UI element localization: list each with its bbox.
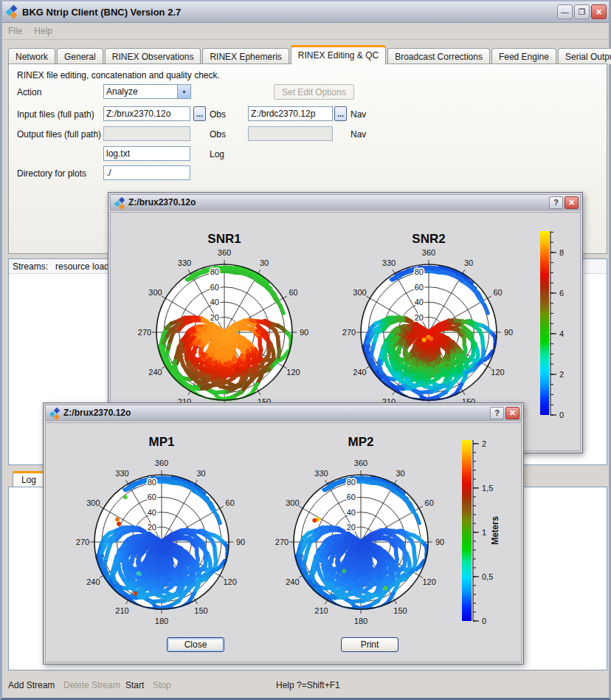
svg-text:60: 60 [289, 288, 297, 297]
tab-network[interactable]: Network [8, 48, 55, 64]
browse-obs-button[interactable]: ... [193, 106, 206, 121]
mp-dialog-body: 2040608030609012015018021024027030033036… [45, 422, 522, 662]
svg-text:80: 80 [347, 478, 356, 487]
svg-text:20: 20 [347, 523, 356, 532]
mp-skyplots-canvas: 2040608030609012015018021024027030033036… [46, 423, 521, 662]
svg-text:240: 240 [86, 577, 100, 586]
svg-text:2: 2 [482, 439, 486, 448]
svg-text:60: 60 [493, 288, 502, 297]
svg-text:20: 20 [415, 313, 424, 322]
delete-stream-action: Delete Stream [63, 680, 120, 690]
svg-text:0,5: 0,5 [482, 572, 493, 581]
close-button-icon[interactable]: ✕ [565, 196, 579, 209]
tab-rinex-observations[interactable]: RINEX Observations [105, 48, 201, 64]
svg-text:150: 150 [194, 606, 207, 615]
tab-broadcast-corrections[interactable]: Broadcast Corrections [387, 48, 490, 64]
svg-text:180: 180 [354, 617, 367, 625]
input-files-label: Input files (full path) [17, 109, 94, 120]
svg-text:360: 360 [218, 248, 231, 257]
input-obs-field[interactable] [103, 106, 190, 121]
svg-text:210: 210 [314, 606, 328, 615]
snr1-plot-title: SNR1 [180, 232, 269, 247]
svg-text:300: 300 [286, 498, 299, 507]
minimize-button-icon[interactable]: — [557, 4, 573, 19]
svg-text:330: 330 [314, 469, 328, 478]
set-edit-options-button[interactable]: Set Edit Options [274, 84, 354, 100]
snr2-plot-title: SNR2 [384, 232, 473, 247]
obs-label-2: Obs [210, 129, 226, 140]
action-value: Analyze [104, 85, 177, 98]
svg-text:30: 30 [196, 469, 205, 478]
status-bar: Add Stream Delete Stream Start Stop Help… [2, 677, 609, 695]
svg-text:60: 60 [347, 493, 356, 501]
plots-directory-field[interactable] [103, 165, 190, 180]
menu-file[interactable]: File [2, 24, 28, 38]
svg-text:90: 90 [300, 328, 308, 337]
svg-text:20: 20 [210, 313, 219, 322]
help-button-icon[interactable]: ? [549, 196, 563, 209]
print-plot-button[interactable]: Print [341, 637, 398, 652]
svg-text:Meters: Meters [490, 516, 500, 545]
svg-text:40: 40 [347, 508, 356, 517]
snr-dialog-titlebar[interactable]: Z:/brux2370.12o ? ✕ [110, 194, 581, 210]
svg-text:60: 60 [226, 498, 235, 507]
bnc-logo-icon [114, 197, 125, 208]
svg-text:40: 40 [415, 298, 424, 306]
start-action[interactable]: Start [125, 680, 144, 690]
tab-general[interactable]: General [57, 48, 103, 64]
svg-text:80: 80 [210, 267, 219, 276]
action-select[interactable]: Analyze ▼ [103, 84, 191, 99]
svg-text:90: 90 [504, 328, 513, 337]
svg-text:60: 60 [148, 493, 156, 501]
help-button-icon[interactable]: ? [490, 407, 504, 419]
bnc-logo-icon [49, 408, 61, 419]
tab-rinex-ephemeris[interactable]: RINEX Ephemeris [202, 48, 289, 64]
add-stream-action[interactable]: Add Stream [8, 680, 55, 690]
svg-text:180: 180 [155, 617, 168, 625]
svg-text:20: 20 [148, 523, 156, 532]
svg-text:270: 270 [342, 328, 356, 337]
svg-text:90: 90 [435, 538, 444, 546]
menu-help[interactable]: Help [28, 24, 58, 38]
menu-bar: File Help [2, 23, 609, 40]
maximize-button-icon[interactable]: ❐ [574, 4, 590, 19]
tab-feed-engine[interactable]: Feed Engine [491, 48, 556, 64]
svg-text:80: 80 [415, 267, 424, 276]
svg-text:30: 30 [396, 469, 404, 478]
svg-text:60: 60 [210, 283, 219, 292]
title-bar: BKG Ntrip Client (BNC) Version 2.7 — ❐ ✕ [2, 1, 609, 23]
svg-text:300: 300 [86, 498, 100, 507]
help-shortcut-text: Help ?=Shift+F1 [276, 680, 340, 690]
svg-text:240: 240 [148, 368, 162, 377]
main-window: BKG Ntrip Client (BNC) Version 2.7 — ❐ ✕… [0, 0, 611, 700]
window-title: BKG Ntrip Client (BNC) Version 2.7 [22, 7, 181, 18]
page-description: RINEX file editing, concatenation and qu… [17, 70, 220, 80]
action-label: Action [17, 87, 41, 97]
svg-text:6: 6 [559, 289, 564, 298]
svg-text:120: 120 [422, 577, 435, 586]
tab-rinex-editing-qc[interactable]: RINEX Editing & QC [291, 45, 386, 64]
svg-text:270: 270 [138, 328, 151, 337]
svg-text:80: 80 [148, 478, 156, 487]
close-plot-button[interactable]: Close [167, 637, 224, 652]
svg-text:0: 0 [482, 617, 486, 625]
output-obs-field [103, 126, 190, 141]
mp-plot-dialog: Z:/brux2370.12o ? ✕ 20406080306090120150… [43, 402, 524, 665]
close-button-icon[interactable]: ✕ [505, 407, 519, 419]
mp-dialog-titlebar[interactable]: Z:/brux2370.12o ? ✕ [45, 405, 522, 421]
tab-serial-output[interactable]: Serial Output [558, 48, 611, 64]
svg-text:150: 150 [393, 606, 407, 615]
input-nav-field[interactable] [248, 106, 333, 121]
nav-label-2: Nav [351, 129, 366, 140]
close-button-icon[interactable]: ✕ [591, 4, 607, 19]
svg-text:360: 360 [354, 459, 367, 467]
svg-text:120: 120 [286, 368, 300, 377]
tab-bar: Network General RINEX Observations RINEX… [8, 45, 603, 64]
browse-nav-button[interactable]: ... [334, 106, 347, 121]
snr-dialog-title: Z:/brux2370.12o [128, 197, 196, 207]
tab-log[interactable]: Log [13, 471, 45, 487]
stop-action: Stop [153, 680, 171, 690]
svg-text:240: 240 [286, 577, 299, 586]
output-files-label: Output files (full path) [17, 129, 101, 140]
logfile-field[interactable] [103, 146, 190, 161]
